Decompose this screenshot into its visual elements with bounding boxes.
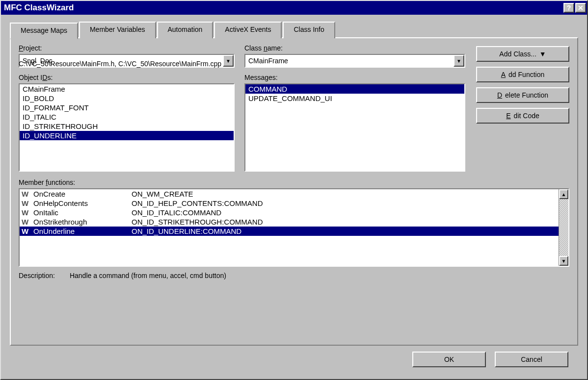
description-label: Description: — [19, 272, 55, 279]
help-button[interactable]: ? — [563, 3, 574, 13]
window-title: MFC ClassWizard — [4, 3, 563, 13]
objectids-listbox[interactable]: CMainFrameID_BOLDID_FORMAT_FONTID_ITALIC… — [19, 83, 235, 172]
members-scrollbar[interactable]: ▲ ▼ — [559, 189, 568, 266]
tab-activex-events[interactable]: ActiveX Events — [214, 22, 282, 38]
memberfunction-row[interactable]: WOnItalicON_ID_ITALIC:COMMAND — [20, 208, 559, 217]
title-buttons: ? ✕ — [563, 3, 586, 13]
messages-col: Messages: COMMANDUPDATE_COMMAND_UI — [244, 74, 465, 172]
dropdown-arrow-icon: ▼ — [539, 50, 546, 58]
objectid-item[interactable]: ID_ITALIC — [20, 112, 234, 122]
messages-listbox[interactable]: COMMANDUPDATE_COMMAND_UI — [244, 83, 465, 172]
scroll-track[interactable] — [559, 199, 568, 256]
add-class-button[interactable]: Add Class... ▼ — [476, 46, 569, 62]
memberfunction-row[interactable]: WOnHelpContentsON_ID_HELP_CONTENTS:COMMA… — [20, 199, 559, 208]
tab-class-info[interactable]: Class Info — [283, 22, 335, 38]
objectids-label: Object IDs: — [19, 74, 235, 81]
lists-row: Object IDs: CMainFrameID_BOLDID_FORMAT_F… — [19, 74, 569, 172]
messages-label: Messages: — [244, 74, 465, 81]
close-button[interactable]: ✕ — [575, 3, 586, 13]
memberfunction-row[interactable]: WOnCreateON_WM_CREATE — [20, 189, 559, 199]
classwizard-window: MFC ClassWizard ? ✕ Message Maps Member … — [0, 0, 588, 380]
tab-automation[interactable]: Automation — [157, 22, 214, 38]
objectids-col: Object IDs: CMainFrameID_BOLDID_FORMAT_F… — [19, 74, 235, 172]
titlebar: MFC ClassWizard ? ✕ — [1, 1, 587, 15]
objectid-item[interactable]: ID_UNDERLINE — [20, 131, 234, 140]
client-area: Message Maps Member Variables Automation… — [1, 15, 587, 379]
bottom-bar: OK Cancel — [10, 346, 578, 374]
message-item[interactable]: UPDATE_COMMAND_UI — [245, 94, 464, 103]
tabstrip: Message Maps Member Variables Automation… — [10, 22, 578, 38]
tab-member-variables[interactable]: Member Variables — [79, 22, 156, 38]
classname-label: Class name: — [244, 44, 465, 52]
objectid-item[interactable]: ID_BOLD — [20, 94, 234, 103]
memberfunctions-label: Member functions: — [19, 178, 569, 186]
description-text: Handle a command (from menu, accel, cmd … — [70, 272, 226, 279]
objectid-item[interactable]: ID_FORMAT_FONT — [20, 103, 234, 112]
memberfunction-row[interactable]: WOnUnderlineON_ID_UNDERLINE:COMMAND — [20, 227, 559, 236]
cancel-button[interactable]: Cancel — [495, 352, 568, 367]
tab-message-maps[interactable]: Message Maps — [10, 23, 78, 39]
message-item[interactable]: COMMAND — [245, 84, 464, 94]
scroll-up-button[interactable]: ▲ — [559, 189, 568, 199]
ok-button[interactable]: OK — [412, 352, 486, 367]
memberfunction-row[interactable]: WOnStrikethroughON_ID_STRIKETHROUGH:COMM… — [20, 217, 559, 227]
file-path: C:\VC_50\Resource\MainFrm.h, C:\VC_50\Re… — [19, 60, 460, 68]
scroll-down-button[interactable]: ▼ — [559, 256, 568, 266]
tab-panel: Project: Sngl_Doc ▼ Class name: CMainFra… — [10, 37, 578, 346]
project-label: Project: — [19, 44, 235, 52]
description-row: Description: Handle a command (from menu… — [19, 272, 569, 279]
memberfunctions-listbox[interactable]: WOnCreateON_WM_CREATEWOnHelpContentsON_I… — [19, 188, 569, 267]
objectid-item[interactable]: CMainFrame — [20, 84, 234, 94]
objectid-item[interactable]: ID_STRIKETHROUGH — [20, 122, 234, 131]
